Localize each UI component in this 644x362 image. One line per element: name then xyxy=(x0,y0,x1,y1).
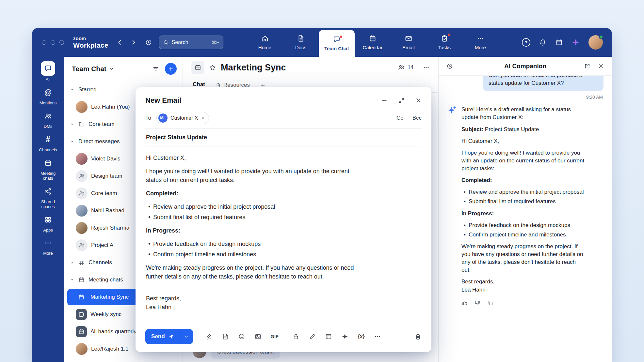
close-panel-icon[interactable] xyxy=(598,63,604,69)
discard-trash-icon[interactable] xyxy=(414,333,422,340)
close-icon[interactable] xyxy=(415,97,422,104)
filter-icon[interactable] xyxy=(153,66,159,72)
send-button-group: Send xyxy=(145,329,193,344)
folder-icon xyxy=(78,121,85,128)
email-completed-list: Review and approve the initial project p… xyxy=(146,203,421,222)
workplace-wordmark: Workplace xyxy=(73,41,108,49)
people-icon xyxy=(44,112,52,120)
caret-right-icon xyxy=(70,260,74,265)
hash-icon: # xyxy=(46,136,50,143)
help-icon[interactable]: ? xyxy=(522,38,530,47)
meeting-chat-icon xyxy=(76,326,87,337)
notifications-bell-icon[interactable] xyxy=(539,38,547,46)
variables-icon[interactable]: {x} xyxy=(358,334,364,339)
template-icon[interactable] xyxy=(325,333,332,340)
subject-input[interactable]: Project Status Update xyxy=(145,129,422,146)
send-options-dropdown[interactable] xyxy=(180,329,193,344)
nav-team-chat[interactable]: Team Chat xyxy=(319,30,355,57)
send-button[interactable]: Send xyxy=(145,329,180,344)
caret-right-icon xyxy=(70,122,74,127)
user-avatar[interactable] xyxy=(588,35,603,50)
nav-more[interactable]: More xyxy=(462,28,498,57)
zoom-wordmark: zoom xyxy=(73,36,108,41)
new-email-modal: New Email To ML Customer X Cc Bcc Projec… xyxy=(136,87,431,352)
fullscreen-window-button[interactable] xyxy=(59,40,64,45)
ai-completed-label: Completed: xyxy=(461,176,586,184)
insert-image-icon[interactable] xyxy=(254,333,262,340)
email-body-editor[interactable]: Hi Customer X, I hope you're doing well!… xyxy=(145,146,422,324)
avatar xyxy=(76,101,88,113)
channel-title: Marketing Sync xyxy=(221,63,286,73)
more-dots-icon xyxy=(44,239,52,247)
group-avatar xyxy=(76,170,88,182)
hash-icon xyxy=(78,259,85,266)
ai-body-intro: I hope you're doing well! I wanted to pr… xyxy=(461,149,586,173)
ai-intro: Sure! Here's a draft email asking for a … xyxy=(461,106,586,121)
ai-companion-spark-icon xyxy=(447,105,457,116)
search-shortcut: ⌘F xyxy=(212,40,219,45)
ai-companion-icon[interactable] xyxy=(572,38,580,47)
nav-calendar[interactable]: Calendar xyxy=(355,28,391,57)
rail-apps[interactable]: Apps xyxy=(33,213,63,233)
list-item: Submit final list of required features xyxy=(146,213,421,222)
sidebar-title-dropdown[interactable]: Team Chat xyxy=(72,65,114,73)
avatar xyxy=(76,153,88,165)
copy-icon[interactable] xyxy=(487,300,493,306)
rail-shared-spaces[interactable]: Shared spaces xyxy=(33,185,63,209)
meeting-chat-icon xyxy=(76,309,87,320)
ai-compose-sparkle-icon[interactable] xyxy=(341,333,348,340)
more-options-icon[interactable] xyxy=(374,333,381,340)
calendar-icon xyxy=(78,294,85,300)
list-item: Review and approve the initial project p… xyxy=(461,188,586,196)
ai-history-icon[interactable] xyxy=(446,63,453,69)
close-window-button[interactable] xyxy=(42,40,46,45)
recipients-field[interactable]: To ML Customer X Cc Bcc xyxy=(145,112,422,129)
favorite-star-icon[interactable] xyxy=(209,64,216,71)
new-chat-button[interactable] xyxy=(165,63,177,75)
thumbs-up-icon[interactable] xyxy=(461,300,468,306)
rail-more[interactable]: More xyxy=(33,236,63,256)
list-item: Provide feedback on the design mockups xyxy=(146,240,421,249)
encrypt-lock-icon[interactable] xyxy=(292,333,299,340)
modal-title: New Email xyxy=(145,96,181,105)
schedule-calendar-icon[interactable] xyxy=(555,38,563,46)
at-icon: @ xyxy=(44,89,52,96)
nav-tasks[interactable]: Tasks xyxy=(427,28,462,57)
unread-badge xyxy=(339,35,343,38)
list-item: Provide feedback on the design mockups xyxy=(461,221,586,229)
nav-email[interactable]: Email xyxy=(391,28,427,57)
channel-more-icon[interactable] xyxy=(423,64,430,71)
forward-button[interactable] xyxy=(130,39,137,46)
nav-docs[interactable]: Docs xyxy=(283,28,319,57)
list-item: Review and approve the initial project p… xyxy=(146,203,421,211)
expand-icon[interactable] xyxy=(398,97,405,104)
search-input[interactable]: Search ⌘F xyxy=(159,36,223,49)
cc-button[interactable]: Cc xyxy=(396,115,403,121)
online-status-dot xyxy=(599,35,603,39)
recipient-chip[interactable]: ML Customer X xyxy=(156,112,209,124)
edit-pencil-icon[interactable] xyxy=(309,333,316,340)
open-in-new-window-icon[interactable] xyxy=(584,63,590,69)
avatar xyxy=(76,343,88,355)
thumbs-down-icon[interactable] xyxy=(474,300,481,306)
nav-home[interactable]: Home xyxy=(247,28,283,57)
minimize-window-button[interactable] xyxy=(51,40,55,45)
rail-meeting-chats[interactable]: Meeting chats xyxy=(33,157,63,181)
member-count[interactable]: 14 xyxy=(398,64,413,71)
signature-icon[interactable] xyxy=(205,333,213,340)
rail-channels[interactable]: # Channels xyxy=(33,133,63,153)
emoji-icon[interactable] xyxy=(238,333,245,340)
attach-file-icon[interactable] xyxy=(222,333,229,340)
more-icon xyxy=(476,35,484,42)
bcc-button[interactable]: Bcc xyxy=(412,115,422,121)
gif-icon[interactable]: GIF xyxy=(271,334,279,339)
remove-recipient-icon[interactable] xyxy=(201,116,205,120)
history-icon[interactable] xyxy=(145,39,152,46)
back-button[interactable] xyxy=(116,39,123,46)
calendar-icon xyxy=(44,159,52,167)
rail-all[interactable]: All xyxy=(33,61,63,82)
rail-mentions[interactable]: @ Mentions xyxy=(33,86,63,106)
calendar-icon xyxy=(78,277,85,283)
rail-dms[interactable]: DMs xyxy=(33,110,63,129)
minimize-icon[interactable] xyxy=(381,97,388,104)
